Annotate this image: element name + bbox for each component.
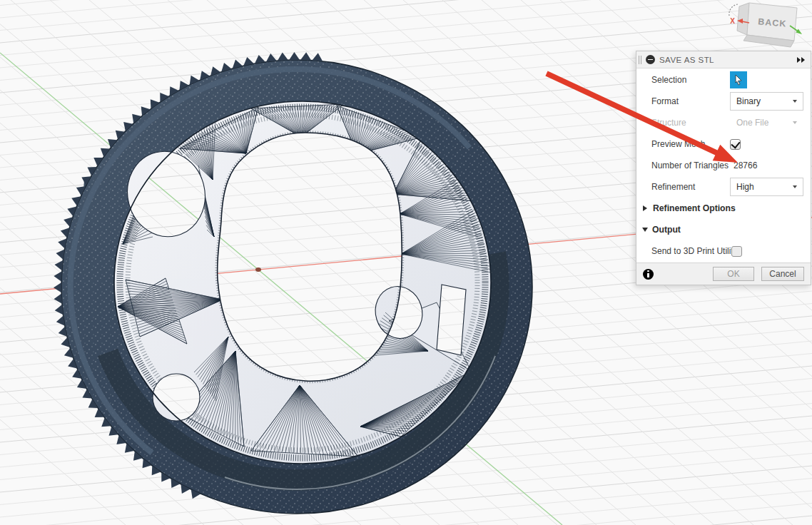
caret-down-icon [793, 185, 797, 188]
refinement-value: High [736, 182, 754, 192]
checkmark-icon [731, 139, 741, 148]
row-number-of-triangles: Number of Triangles 28766 [636, 155, 811, 176]
format-value: Binary [736, 96, 761, 106]
section-refinement-options[interactable]: Refinement Options [636, 198, 811, 219]
mesh-model[interactable] [54, 52, 532, 514]
caret-down-icon [793, 100, 797, 103]
row-refinement: Refinement High [636, 176, 811, 198]
row-send-to-3d-print: Send to 3D Print Utility [636, 240, 811, 262]
selection-button[interactable] [730, 71, 747, 88]
chevron-right-icon [643, 205, 647, 211]
row-structure: Structure One File [636, 112, 811, 133]
refinement-dropdown[interactable]: High [730, 178, 803, 196]
triangles-value: 28766 [734, 160, 757, 170]
view-cube[interactable]: BACKX [729, 3, 802, 47]
ok-button[interactable]: OK [713, 267, 754, 281]
selection-label: Selection [651, 75, 730, 85]
expand-panel-icon[interactable] [797, 57, 805, 63]
format-label: Format [651, 96, 730, 106]
save-as-stl-dialog: SAVE AS STL Selection Format Binary Stru… [636, 51, 811, 285]
dialog-header[interactable]: SAVE AS STL [636, 51, 811, 68]
cursor-icon [734, 74, 744, 86]
dialog-title: SAVE AS STL [659, 56, 714, 64]
refinement-label: Refinement [651, 182, 730, 192]
structure-label: Structure [651, 118, 730, 128]
preview-mesh-label: Preview Mesh [651, 139, 730, 149]
info-icon[interactable] [643, 269, 654, 280]
row-format: Format Binary [636, 91, 811, 112]
preview-mesh-checkbox[interactable] [730, 139, 741, 150]
format-dropdown[interactable]: Binary [730, 92, 803, 111]
send-to-3d-label: Send to 3D Print Utility [651, 246, 731, 256]
send-to-3d-checkbox[interactable] [731, 246, 742, 257]
dialog-footer: OK Cancel [636, 262, 811, 285]
drag-grip-icon[interactable] [639, 56, 641, 64]
structure-dropdown: One File [730, 113, 803, 132]
chevron-down-icon [642, 228, 648, 232]
triangles-label: Number of Triangles [651, 160, 730, 170]
row-preview-mesh: Preview Mesh [636, 133, 811, 155]
cancel-button[interactable]: Cancel [761, 267, 804, 281]
axis-x-label: X [730, 17, 735, 25]
collapse-dialog-icon[interactable] [646, 55, 655, 64]
row-selection: Selection [636, 69, 811, 91]
structure-value: One File [736, 118, 768, 128]
caret-down-icon [793, 121, 797, 124]
section-output[interactable]: Output [636, 219, 811, 240]
